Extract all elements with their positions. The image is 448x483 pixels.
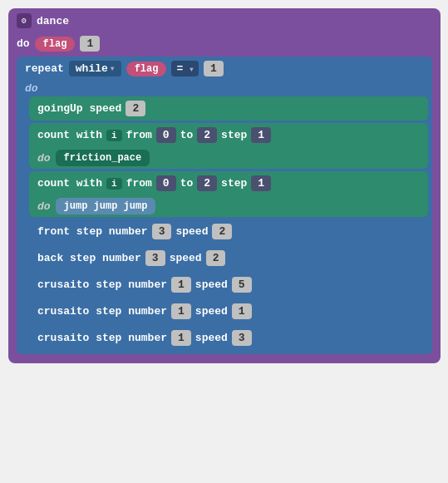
count2-top: count with i from 0 to 2 step 1 — [29, 171, 428, 195]
back-step-text: back step number — [37, 252, 141, 264]
count1-step: step — [221, 129, 247, 141]
count1-i: i — [106, 130, 122, 141]
count2-i: i — [106, 178, 122, 190]
crusaito-speed-label-1: speed — [195, 278, 228, 291]
crusaito-step-val-2[interactable]: 1 — [171, 303, 191, 319]
repeat-block: repeat while ▼ flag = ▼ 1 do goingUp spe… — [17, 57, 432, 354]
dance-title: dance — [37, 15, 69, 27]
crusaito-block-1: crusaito step number 1 speed 5 — [29, 273, 428, 297]
friction-pace-func[interactable]: friction_pace — [56, 150, 150, 166]
count1-do-label: do — [37, 152, 51, 165]
count1-prefix: count with — [37, 129, 102, 141]
crusaito-text-3: crusaito step number — [37, 332, 167, 344]
front-speed-label: speed — [175, 225, 208, 238]
crusaito-speed-val-1[interactable]: 5 — [232, 277, 252, 293]
count2-block: count with i from 0 to 2 step 1 do jump … — [29, 171, 428, 217]
while-dropdown-arrow: ▼ — [111, 65, 115, 72]
count2-step: step — [221, 177, 247, 190]
do-flag-row: do flag 1 — [8, 33, 441, 54]
count1-from-val[interactable]: 0 — [156, 127, 176, 143]
do-inner-row: do — [17, 81, 432, 96]
back-speed-label: speed — [170, 252, 202, 264]
crusaito-speed-label-2: speed — [195, 305, 228, 318]
dance-icon: ⚙ — [17, 13, 32, 28]
count2-step-val[interactable]: 1 — [251, 175, 271, 191]
repeat-value[interactable]: 1 — [204, 61, 224, 76]
eq-dropdown-arrow: ▼ — [190, 66, 194, 73]
count1-block: count with i from 0 to 2 step 1 do frict… — [29, 123, 428, 169]
crusaito-block-2: crusaito step number 1 speed 1 — [29, 299, 428, 323]
count2-do-row: do jump jump jump — [29, 195, 428, 217]
back-speed-val[interactable]: 2 — [206, 250, 226, 266]
repeat-label: repeat — [25, 62, 64, 75]
while-pill[interactable]: while ▼ — [69, 61, 121, 76]
eq-box[interactable]: = ▼ — [171, 61, 198, 76]
goingup-text: goingUp speed — [37, 102, 121, 115]
jump-func[interactable]: jump jump jump — [56, 198, 156, 214]
count1-to: to — [180, 129, 194, 141]
main-block: ⚙ dance do flag 1 repeat while ▼ flag = … — [8, 8, 441, 363]
back-step-val[interactable]: 3 — [145, 250, 165, 266]
repeat-flag-pill[interactable]: flag — [126, 62, 167, 76]
count1-from: from — [126, 129, 152, 141]
crusaito-step-val-3[interactable]: 1 — [171, 330, 191, 346]
count1-to-val[interactable]: 2 — [197, 127, 217, 143]
goingup-value[interactable]: 2 — [126, 101, 145, 116]
do-label: do — [17, 37, 30, 50]
count2-do-label: do — [37, 200, 51, 213]
count1-top: count with i from 0 to 2 step 1 — [29, 123, 428, 147]
count1-do-row: do friction_pace — [29, 147, 428, 169]
count2-to-val[interactable]: 2 — [197, 175, 217, 191]
count1-step-val[interactable]: 1 — [251, 127, 271, 143]
flag-value[interactable]: 1 — [80, 36, 100, 52]
dance-header: ⚙ dance — [8, 8, 441, 33]
count2-prefix: count with — [37, 177, 102, 190]
back-step-block: back step number 3 speed 2 — [29, 246, 428, 270]
front-step-text: front step number — [37, 225, 148, 238]
crusaito-speed-val-3[interactable]: 3 — [232, 330, 252, 346]
crusaito-block-3: crusaito step number 1 speed 3 — [29, 326, 428, 350]
inner-content: goingUp speed 2 count with i from 0 to 2… — [17, 96, 432, 354]
count2-from-val[interactable]: 0 — [156, 175, 176, 191]
crusaito-text-2: crusaito step number — [37, 305, 167, 318]
front-speed-val[interactable]: 2 — [212, 224, 232, 239]
crusaito-speed-val-2[interactable]: 1 — [232, 303, 252, 319]
front-step-val[interactable]: 3 — [152, 224, 172, 239]
count2-to: to — [180, 177, 194, 190]
crusaito-step-val-1[interactable]: 1 — [171, 277, 191, 293]
front-step-block: front step number 3 speed 2 — [29, 219, 428, 244]
crusaito-text-1: crusaito step number — [37, 278, 167, 291]
repeat-top-row: repeat while ▼ flag = ▼ 1 — [17, 57, 432, 81]
crusaito-speed-label-3: speed — [195, 332, 228, 344]
goingup-block: goingUp speed 2 — [29, 96, 428, 121]
do-inner-label: do — [25, 82, 38, 95]
flag-pill[interactable]: flag — [35, 37, 76, 52]
count2-from: from — [126, 177, 152, 190]
